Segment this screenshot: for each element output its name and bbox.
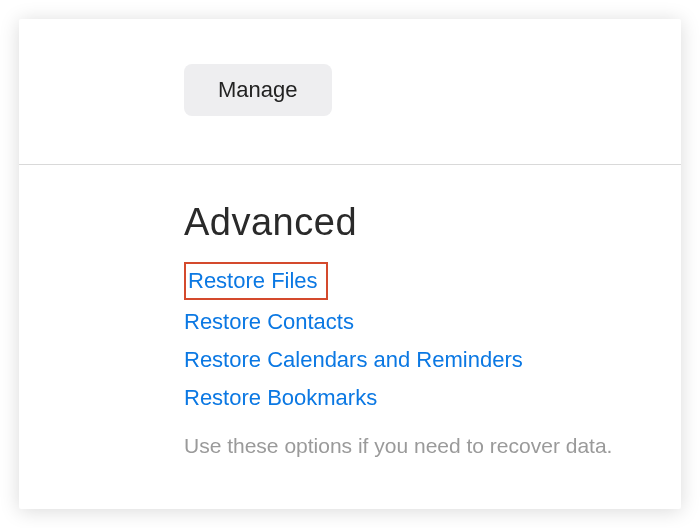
restore-files-highlight: Restore Files — [184, 262, 328, 300]
restore-bookmarks-link[interactable]: Restore Bookmarks — [184, 382, 377, 414]
restore-calendars-link[interactable]: Restore Calendars and Reminders — [184, 344, 523, 376]
advanced-note: Use these options if you need to recover… — [184, 434, 641, 458]
restore-files-link[interactable]: Restore Files — [188, 268, 318, 293]
advanced-heading: Advanced — [184, 201, 641, 244]
top-section: Manage — [19, 19, 681, 164]
advanced-links: Restore Files Restore Contacts Restore C… — [184, 262, 641, 414]
restore-contacts-link[interactable]: Restore Contacts — [184, 306, 354, 338]
settings-panel: Manage Advanced Restore Files Restore Co… — [19, 19, 681, 509]
manage-button[interactable]: Manage — [184, 64, 332, 116]
advanced-section: Advanced Restore Files Restore Contacts … — [19, 165, 681, 498]
